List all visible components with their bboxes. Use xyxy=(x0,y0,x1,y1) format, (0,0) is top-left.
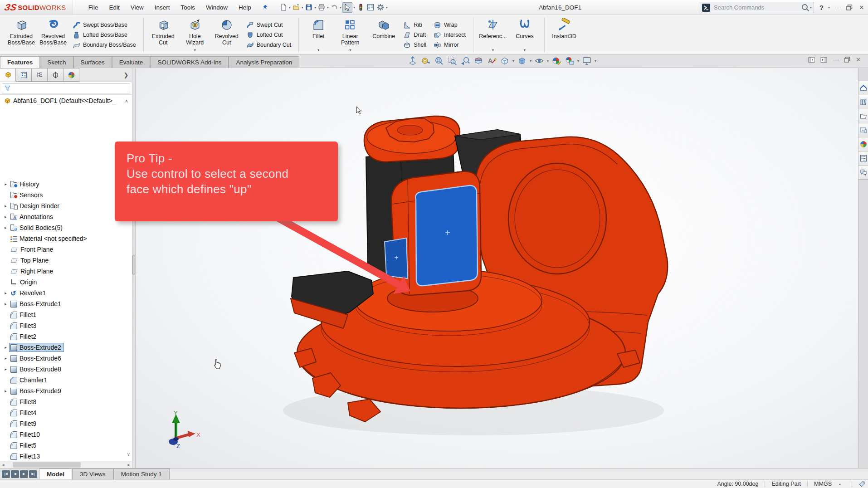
appearances-icon[interactable] xyxy=(858,137,868,151)
zoom-to-area-icon[interactable] xyxy=(447,55,458,66)
tree-item[interactable]: Fillet8 xyxy=(0,396,132,407)
lofted-boss-base-button[interactable]: Lofted Boss/Base xyxy=(70,30,139,39)
tree-item[interactable]: Boss-Extrude9 xyxy=(0,386,132,396)
menu-item[interactable]: Help xyxy=(233,0,257,15)
tree-item[interactable]: Annotations xyxy=(0,211,132,222)
view-orientation-icon[interactable] xyxy=(499,55,510,66)
tree-item[interactable]: Boss-Extrude1 xyxy=(0,298,132,309)
rebuild-button[interactable] xyxy=(356,2,365,12)
shell-button[interactable]: Shell xyxy=(400,40,429,49)
combine-button[interactable]: Combine xyxy=(369,17,399,53)
draft-button[interactable]: Draft xyxy=(400,30,429,39)
select-tool-button[interactable] xyxy=(342,2,352,13)
curves-button[interactable]: Curves ▾ xyxy=(510,17,540,53)
zoom-to-fit-icon[interactable] xyxy=(434,55,444,66)
expand-arrow-icon[interactable] xyxy=(2,182,9,186)
revolved-boss-base-button[interactable]: Revolved Boss/Base xyxy=(38,17,68,53)
expand-arrow-icon[interactable] xyxy=(2,302,9,306)
rib-button[interactable]: Rib xyxy=(400,20,429,29)
intersect-button[interactable]: Intersect xyxy=(431,30,468,39)
tree-item[interactable]: Design Binder xyxy=(0,200,132,211)
dropdown-caret-icon[interactable]: ▾ xyxy=(314,5,316,10)
tree-filter-input[interactable] xyxy=(2,83,130,93)
panel-splitter[interactable] xyxy=(132,68,136,468)
fillet-button[interactable]: Fillet ▾ xyxy=(303,17,333,53)
last-tab-button[interactable]: ▶| xyxy=(29,470,37,478)
dropdown-caret-icon[interactable]: ▾ xyxy=(386,5,388,10)
mirror-button[interactable]: Mirror xyxy=(431,40,468,49)
tree-item[interactable]: Sensors xyxy=(0,190,132,200)
settings-gear-icon[interactable] xyxy=(376,2,385,12)
lofted-cut-button[interactable]: Lofted Cut xyxy=(244,30,294,39)
dropdown-caret-icon[interactable]: ▾ xyxy=(289,5,291,10)
dropdown-caret-icon[interactable]: ▾ xyxy=(547,59,549,63)
propertymanager-tab[interactable] xyxy=(16,68,32,82)
apply-scene-icon[interactable] xyxy=(564,55,575,66)
hide-show-items-icon[interactable] xyxy=(534,55,545,66)
instant3d-button[interactable]: Instant3D xyxy=(549,17,579,53)
tree-item[interactable]: Fillet4 xyxy=(0,407,132,418)
pin-icon[interactable] xyxy=(261,4,268,11)
search-commands-box[interactable]: Search Commands ▾ xyxy=(700,2,814,13)
panel-expand-chevron-icon[interactable]: ❯ xyxy=(120,68,132,82)
prev-tab-button[interactable]: ◀ xyxy=(11,470,19,478)
expand-arrow-icon[interactable] xyxy=(2,204,9,208)
tree-root-item[interactable]: Abfan16_DOF1 (Default<<Default>_ ∧ xyxy=(0,95,132,107)
tree-horizontal-scrollbar[interactable]: ◂ ▸ xyxy=(0,461,132,468)
scroll-down-icon[interactable]: ∨ xyxy=(127,452,130,457)
magnifier-icon[interactable] xyxy=(801,3,810,12)
expand-arrow-icon[interactable] xyxy=(2,345,9,350)
commandmanager-tab[interactable]: Evaluate xyxy=(112,56,151,68)
swept-boss-base-button[interactable]: Swept Boss/Base xyxy=(70,20,139,29)
extruded-cut-button[interactable]: Extruded Cut xyxy=(148,17,178,53)
tree-item[interactable]: Fillet10 xyxy=(0,429,132,440)
dropdown-caret-icon[interactable]: ▾ xyxy=(327,5,329,10)
menu-item[interactable]: View xyxy=(125,0,149,15)
viewport-close-button[interactable]: ✕ xyxy=(856,56,861,63)
tree-item[interactable]: Revolve1 xyxy=(0,288,132,298)
status-tag-icon[interactable] xyxy=(858,481,865,488)
tree-item[interactable]: Fillet5 xyxy=(0,440,132,451)
menu-item[interactable]: Insert xyxy=(149,0,176,15)
design-library-icon[interactable] xyxy=(858,95,868,109)
expand-arrow-icon[interactable] xyxy=(2,356,9,361)
tree-item[interactable]: Fillet3 xyxy=(0,320,132,331)
view-settings-icon[interactable] xyxy=(581,55,592,66)
search-input[interactable]: Search Commands xyxy=(714,4,801,11)
dynamic-annotation-views-icon[interactable]: A xyxy=(486,55,497,66)
tree-item[interactable]: Origin xyxy=(0,277,132,288)
open-document-button[interactable] xyxy=(292,2,301,12)
commandmanager-tab[interactable]: Analysis Preparation xyxy=(229,56,299,68)
dropdown-caret-icon[interactable]: ▾ xyxy=(353,5,355,10)
custom-properties-icon[interactable] xyxy=(858,151,868,166)
first-tab-button[interactable]: |◀ xyxy=(2,470,10,478)
new-document-button[interactable] xyxy=(279,2,288,12)
tree-item[interactable]: Fillet9 xyxy=(0,418,132,429)
minimize-button[interactable]: — xyxy=(834,4,842,11)
print-button[interactable] xyxy=(317,2,326,12)
tree-item[interactable]: Boss-Extrude2 xyxy=(0,342,132,353)
dropdown-caret-icon[interactable]: ▾ xyxy=(577,59,579,63)
splitter-handle[interactable] xyxy=(132,255,135,275)
displaymanager-tab[interactable] xyxy=(63,68,79,82)
expand-arrow-icon[interactable] xyxy=(2,225,9,230)
previous-view-icon[interactable] xyxy=(460,55,471,66)
wrap-button[interactable]: Wrap xyxy=(431,20,468,29)
tree-item[interactable]: Material <not specified> xyxy=(0,233,132,244)
boundary-boss-base-button[interactable]: Boundary Boss/Base xyxy=(70,40,139,49)
tree-item[interactable]: Boss-Extrude8 xyxy=(0,364,132,375)
tree-item[interactable]: Solid Bodies(5) xyxy=(0,222,132,233)
restore-button[interactable] xyxy=(846,5,853,10)
dropdown-caret-icon[interactable]: ▾ xyxy=(595,59,596,63)
undo-button[interactable] xyxy=(330,2,339,12)
file-explorer-icon[interactable] xyxy=(858,109,868,123)
units-caret-icon[interactable]: ▴ xyxy=(839,482,841,486)
expand-arrow-icon[interactable] xyxy=(2,389,9,393)
next-tab-button[interactable]: ▶ xyxy=(20,470,28,478)
selected-face-large[interactable] xyxy=(415,185,478,286)
home-icon[interactable] xyxy=(858,81,868,95)
viewport-restore-button[interactable] xyxy=(844,57,850,63)
dropdown-caret-icon[interactable]: ▾ xyxy=(492,48,494,53)
options-list-icon[interactable] xyxy=(366,2,375,12)
tree-item[interactable]: Boss-Extrude6 xyxy=(0,353,132,364)
